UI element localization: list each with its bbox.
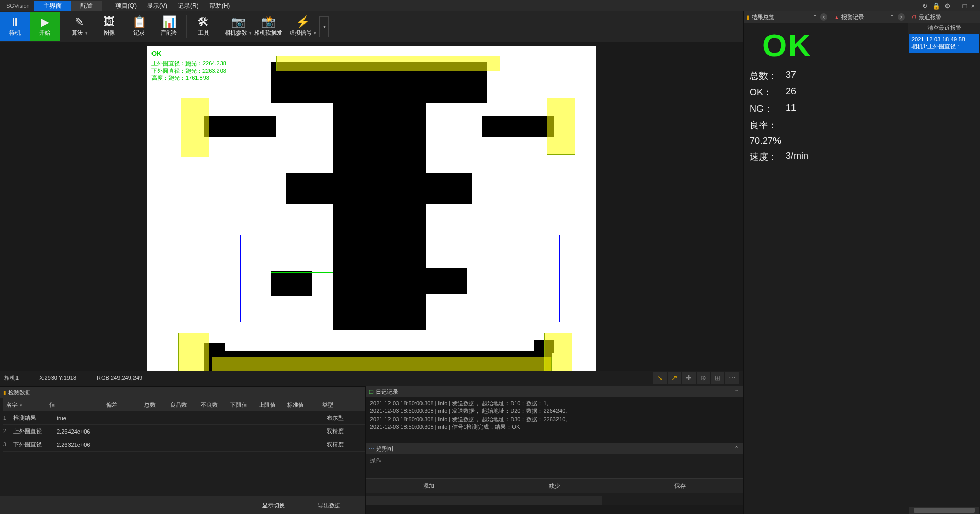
tool-tools[interactable]: 🛠工具 bbox=[189, 12, 218, 41]
col-dev[interactable]: 偏差 bbox=[106, 401, 137, 409]
image-tools: ↘ ↗ ✚ ⊕ ⊞ ⋯ bbox=[653, 372, 739, 384]
tab-config[interactable]: 配置 bbox=[71, 1, 102, 11]
trend-icon: 〰 bbox=[369, 446, 374, 452]
trend-save-button[interactable]: 保存 bbox=[617, 478, 743, 493]
results-panel: ▮ 结果总览 ⌃× OK 总数：37 OK：26 NG：11 良率： 70.27… bbox=[743, 11, 831, 514]
overlay-status: OK bbox=[151, 49, 162, 57]
stat-total: 总数：37 bbox=[747, 68, 827, 84]
wrench-icon: 🛠 bbox=[198, 16, 209, 28]
log-line: 2021-12-03 18:50:00.308 | info | 信号1检测完成… bbox=[370, 423, 739, 431]
close-icon[interactable]: × bbox=[971, 2, 975, 10]
roi-bottom bbox=[212, 357, 552, 371]
col-value[interactable]: 值 bbox=[49, 401, 106, 409]
tool-grid[interactable]: ⊞ bbox=[711, 372, 724, 384]
col-low[interactable]: 下限值 bbox=[225, 401, 253, 409]
clear-recent-button[interactable]: 清空最近报警 bbox=[908, 23, 980, 34]
tool-measure-1[interactable]: ↘ bbox=[653, 372, 667, 384]
sys-icons: ↻ 🔒 ⚙ − □ × bbox=[922, 2, 978, 10]
bolt-icon: ⚡ bbox=[296, 16, 310, 28]
toolbar-overflow[interactable]: ▾ bbox=[319, 16, 329, 37]
clipboard-icon: 📋 bbox=[132, 16, 146, 28]
trend-panel: 〰 趋势图 ⌃ 操作 添加 减少 保存 bbox=[366, 443, 743, 514]
status-rgb: RGB:249,249,249 bbox=[97, 375, 142, 381]
tool-measure-2[interactable]: ↗ bbox=[668, 372, 681, 384]
app-title: SGVision bbox=[2, 3, 34, 9]
data-icon: ▮ bbox=[3, 390, 6, 395]
menu-project[interactable]: 项目(Q) bbox=[110, 1, 142, 11]
log-line: 2021-12-03 18:50:00.308 | info | 发送数据， 起… bbox=[370, 416, 739, 423]
menu-help[interactable]: 帮助(H) bbox=[204, 1, 235, 11]
col-std[interactable]: 标准值 bbox=[281, 401, 310, 409]
results-header: ▮ 结果总览 ⌃× bbox=[744, 11, 831, 23]
tool-start[interactable]: ▶开始 bbox=[30, 12, 60, 41]
roi-left-upper bbox=[181, 98, 209, 157]
log-line: 2021-12-03 18:50:00.308 | info | 发送数据， 起… bbox=[370, 407, 739, 415]
close-panel-icon[interactable]: × bbox=[820, 13, 827, 21]
trend-header: 〰 趋势图 ⌃ bbox=[366, 443, 743, 454]
settings-icon[interactable]: ⚙ bbox=[944, 2, 951, 10]
tool-crosshair[interactable]: ✚ bbox=[682, 372, 696, 384]
pause-icon: ⏸ bbox=[9, 16, 21, 28]
menu-record[interactable]: 记录(R) bbox=[173, 1, 204, 11]
trend-reduce-button[interactable]: 减少 bbox=[492, 478, 617, 493]
tool-camera-params[interactable]: 📷相机参数 bbox=[223, 12, 253, 41]
bottom-right-panels: ☐ 日记记录 ⌃ 2021-12-03 18:50:00.308 | info … bbox=[365, 386, 743, 514]
minimize-icon[interactable]: − bbox=[955, 2, 959, 10]
overlay-measure-2: 下外圆直径：跑光：2263.208 bbox=[151, 67, 226, 74]
menu-bar: SGVision 主界面 配置 项目(Q) 显示(V) 记录(R) 帮助(H) … bbox=[0, 0, 980, 11]
export-data-button[interactable]: 导出数据 bbox=[312, 500, 347, 511]
collapse-icon[interactable]: ⌃ bbox=[888, 13, 895, 21]
tool-algorithm[interactable]: ✎算法 bbox=[64, 12, 94, 41]
collapse-icon[interactable]: ⌃ bbox=[733, 388, 740, 395]
status-camera: 相机1 bbox=[4, 374, 19, 382]
recent-body: 2021-12-03-18-49-58 相机1:上外圆直径 : bbox=[908, 34, 980, 514]
col-type[interactable]: 类型 bbox=[310, 401, 346, 409]
recent-alert-item[interactable]: 2021-12-03-18-49-58 相机1:上外圆直径 : bbox=[909, 34, 979, 53]
trend-actions: 添加 减少 保存 bbox=[366, 467, 743, 505]
recent-scrollbar[interactable] bbox=[909, 507, 979, 514]
results-icon: ▮ bbox=[747, 14, 750, 20]
warning-icon: ▲ bbox=[834, 14, 839, 20]
log-body[interactable]: 2021-12-03 18:50:00.308 | info | 发送数据， 起… bbox=[366, 397, 743, 443]
col-total[interactable]: 总数 bbox=[137, 401, 163, 409]
tool-more[interactable]: ⋯ bbox=[725, 372, 739, 384]
lock-icon[interactable]: 🔒 bbox=[932, 2, 940, 10]
stat-yield-value: 70.27% bbox=[747, 134, 827, 148]
tool-target[interactable]: ⊕ bbox=[697, 372, 710, 384]
maximize-icon[interactable]: □ bbox=[963, 2, 967, 10]
trend-add-button[interactable]: 添加 bbox=[366, 478, 492, 493]
close-panel-icon[interactable]: × bbox=[898, 13, 905, 21]
tool-image[interactable]: 🖼图像 bbox=[94, 12, 124, 41]
col-up[interactable]: 上限值 bbox=[253, 401, 281, 409]
edit-icon: ✎ bbox=[75, 16, 84, 28]
camera-flash-icon: 📸 bbox=[261, 16, 275, 28]
clock-icon: ⏱ bbox=[911, 14, 917, 20]
tab-main[interactable]: 主界面 bbox=[34, 1, 71, 11]
tool-virtual-signal[interactable]: ⚡虚拟信号 bbox=[288, 12, 317, 41]
refresh-icon[interactable]: ↻ bbox=[922, 2, 928, 10]
col-good[interactable]: 良品数 bbox=[163, 401, 194, 409]
camera-icon: 📷 bbox=[231, 16, 245, 28]
alarm-header: ▲ 报警记录 ⌃× bbox=[831, 11, 908, 23]
result-status: OK bbox=[747, 26, 827, 68]
alarm-body bbox=[831, 23, 908, 514]
stat-yield-label: 良率： bbox=[747, 117, 827, 134]
col-bad[interactable]: 不良数 bbox=[194, 401, 225, 409]
stat-ng: NG：11 bbox=[747, 101, 827, 117]
tool-capacity[interactable]: 📊产能图 bbox=[154, 12, 184, 41]
image-viewport[interactable]: OK 上外圆直径：跑光：2264.238 下外圆直径：跑光：2263.208 高… bbox=[0, 42, 743, 371]
collapse-icon[interactable]: ⌃ bbox=[811, 13, 818, 21]
image-status-bar: 相机1 X:2930 Y:1918 RGB:249,249,249 ↘ ↗ ✚ … bbox=[0, 371, 743, 385]
toggle-display-button[interactable]: 显示切换 bbox=[256, 500, 291, 511]
tool-soft-trigger[interactable]: 📸相机软触发 bbox=[253, 12, 283, 41]
col-name[interactable]: 名字 bbox=[3, 401, 49, 409]
tool-standby[interactable]: ⏸待机 bbox=[0, 12, 30, 41]
recent-alarm-panel: ⏱ 最近报警 清空最近报警 2021-12-03-18-49-58 相机1:上外… bbox=[908, 11, 980, 514]
roi-top bbox=[276, 56, 500, 71]
overlay-measure-3: 高度：跑光：1761.898 bbox=[151, 74, 209, 81]
collapse-icon[interactable]: ⌃ bbox=[733, 445, 740, 452]
chart-icon: 📊 bbox=[162, 16, 176, 28]
trend-footer bbox=[366, 505, 743, 514]
menu-display[interactable]: 显示(V) bbox=[142, 1, 173, 11]
tool-record[interactable]: 📋记录 bbox=[124, 12, 154, 41]
